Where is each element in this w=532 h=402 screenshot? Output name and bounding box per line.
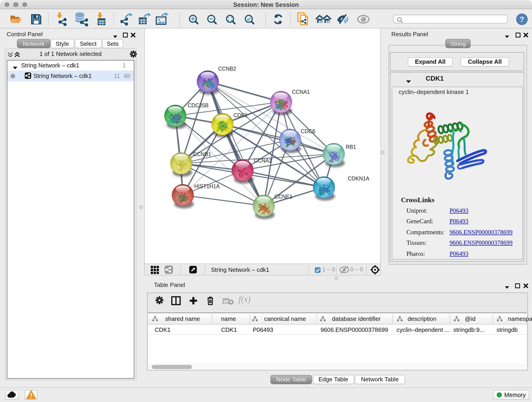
svg-text:CCNE1: CCNE1 [274,194,292,200]
svg-text:CCNA2: CCNA2 [254,158,272,164]
svg-text:HIST1H1A: HIST1H1A [194,183,220,189]
svg-text:?: ? [520,15,525,23]
svg-text:CCNB2: CCNB2 [218,66,236,72]
svg-text:CDK1: CDK1 [233,112,247,118]
svg-text:CCNA1: CCNA1 [292,89,310,95]
svg-text:CDC25B: CDC25B [187,102,209,108]
svg-text:CCNB1: CCNB1 [193,151,211,157]
svg-text:CDKN1A: CDKN1A [348,176,369,182]
svg-text:CDC6: CDC6 [301,128,315,134]
svg-text:RB1: RB1 [346,144,356,150]
